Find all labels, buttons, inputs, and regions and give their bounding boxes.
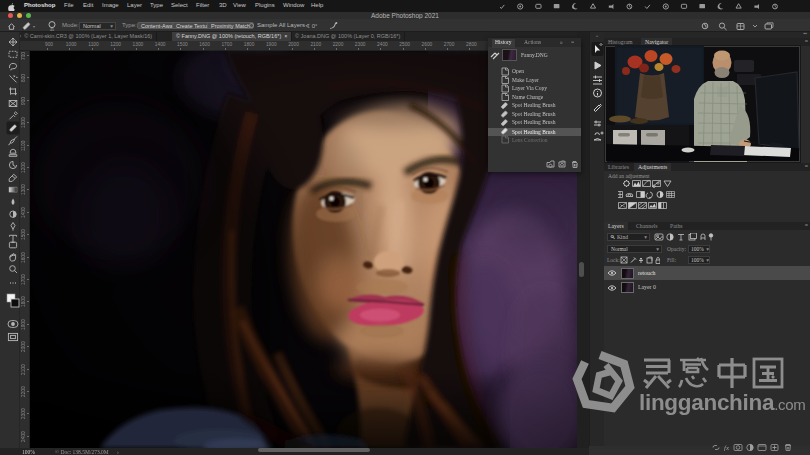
svg-text:«: «: [596, 33, 599, 38]
svg-text:fx: fx: [724, 444, 730, 452]
svg-text:lingganchina.com: lingganchina.com: [639, 390, 805, 415]
svg-text:45: 45: [50, 27, 54, 30]
